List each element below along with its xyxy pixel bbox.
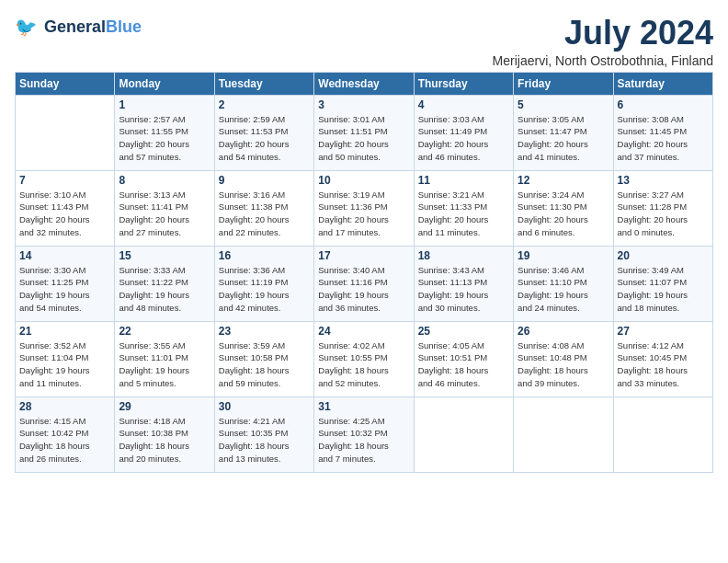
day-info: Sunrise: 3:19 AMSunset: 11:36 PMDaylight…	[318, 189, 409, 239]
logo-icon: 🐦	[15, 15, 40, 40]
calendar-cell: 15Sunrise: 3:33 AMSunset: 11:22 PMDaylig…	[115, 246, 214, 321]
day-number: 25	[418, 325, 509, 338]
day-number: 30	[219, 400, 310, 413]
day-number: 9	[219, 174, 310, 187]
calendar-cell: 19Sunrise: 3:46 AMSunset: 11:10 PMDaylig…	[514, 246, 613, 321]
day-info: Sunrise: 4:08 AMSunset: 10:48 PMDaylight…	[518, 339, 609, 390]
day-info: Sunrise: 3:52 AMSunset: 11:04 PMDaylight…	[19, 339, 110, 390]
calendar-cell: 25Sunrise: 4:05 AMSunset: 10:51 PMDaylig…	[414, 321, 513, 396]
day-number: 10	[318, 174, 409, 187]
calendar-cell: 12Sunrise: 3:24 AMSunset: 11:30 PMDaylig…	[514, 170, 613, 246]
day-number: 29	[119, 400, 210, 413]
day-info: Sunrise: 3:16 AMSunset: 11:38 PMDaylight…	[219, 189, 310, 239]
calendar-cell: 28Sunrise: 4:15 AMSunset: 10:42 PMDaylig…	[16, 396, 115, 472]
day-info: Sunrise: 3:59 AMSunset: 10:58 PMDaylight…	[219, 339, 310, 390]
calendar-cell: 7Sunrise: 3:10 AMSunset: 11:43 PMDayligh…	[16, 170, 115, 246]
calendar-cell	[414, 396, 513, 472]
day-number: 5	[518, 98, 609, 111]
day-number: 2	[219, 98, 310, 111]
calendar-cell: 17Sunrise: 3:40 AMSunset: 11:16 PMDaylig…	[314, 246, 414, 321]
calendar-cell	[514, 396, 613, 472]
calendar-cell: 20Sunrise: 3:49 AMSunset: 11:07 PMDaylig…	[613, 246, 712, 321]
day-info: Sunrise: 2:57 AMSunset: 11:55 PMDaylight…	[119, 113, 210, 164]
day-number: 15	[119, 249, 210, 262]
day-number: 23	[219, 325, 310, 338]
day-number: 28	[19, 400, 110, 413]
calendar-cell: 5Sunrise: 3:05 AMSunset: 11:47 PMDayligh…	[514, 95, 613, 170]
day-number: 26	[518, 325, 609, 338]
day-number: 17	[318, 249, 409, 262]
day-info: Sunrise: 3:03 AMSunset: 11:49 PMDaylight…	[418, 113, 509, 164]
weekday-header: Monday	[115, 72, 214, 95]
calendar-table: SundayMondayTuesdayWednesdayThursdayFrid…	[15, 72, 713, 473]
calendar-cell: 4Sunrise: 3:03 AMSunset: 11:49 PMDayligh…	[414, 95, 513, 170]
calendar-cell: 23Sunrise: 3:59 AMSunset: 10:58 PMDaylig…	[214, 321, 313, 396]
day-number: 8	[119, 174, 210, 187]
calendar-cell: 2Sunrise: 2:59 AMSunset: 11:53 PMDayligh…	[214, 95, 313, 170]
day-info: Sunrise: 3:30 AMSunset: 11:25 PMDaylight…	[19, 264, 110, 315]
day-info: Sunrise: 3:55 AMSunset: 11:01 PMDaylight…	[119, 339, 210, 390]
day-number: 27	[618, 325, 709, 338]
day-number: 24	[318, 325, 409, 338]
calendar-cell: 1Sunrise: 2:57 AMSunset: 11:55 PMDayligh…	[115, 95, 214, 170]
calendar-cell: 16Sunrise: 3:36 AMSunset: 11:19 PMDaylig…	[214, 246, 313, 321]
day-number: 14	[19, 249, 110, 262]
calendar-cell: 14Sunrise: 3:30 AMSunset: 11:25 PMDaylig…	[16, 246, 115, 321]
weekday-header: Tuesday	[214, 72, 313, 95]
day-number: 4	[418, 98, 509, 111]
day-info: Sunrise: 3:40 AMSunset: 11:16 PMDaylight…	[318, 264, 409, 315]
day-number: 20	[618, 249, 709, 262]
day-info: Sunrise: 4:12 AMSunset: 10:45 PMDaylight…	[618, 339, 709, 390]
day-number: 11	[418, 174, 509, 187]
day-number: 31	[318, 400, 409, 413]
calendar-cell: 27Sunrise: 4:12 AMSunset: 10:45 PMDaylig…	[613, 321, 712, 396]
day-info: Sunrise: 3:49 AMSunset: 11:07 PMDaylight…	[618, 264, 709, 315]
weekday-header-row: SundayMondayTuesdayWednesdayThursdayFrid…	[16, 72, 713, 95]
day-info: Sunrise: 4:21 AMSunset: 10:35 PMDaylight…	[219, 415, 310, 465]
day-number: 19	[518, 249, 609, 262]
day-info: Sunrise: 3:36 AMSunset: 11:19 PMDaylight…	[219, 264, 310, 315]
weekday-header: Wednesday	[314, 72, 414, 95]
calendar-cell: 8Sunrise: 3:13 AMSunset: 11:41 PMDayligh…	[115, 170, 214, 246]
title-block: July 2024 Merijaervi, North Ostrobothnia…	[493, 15, 713, 68]
weekday-header: Sunday	[16, 72, 115, 95]
calendar-cell: 10Sunrise: 3:19 AMSunset: 11:36 PMDaylig…	[314, 170, 414, 246]
calendar-cell: 31Sunrise: 4:25 AMSunset: 10:32 PMDaylig…	[314, 396, 414, 472]
day-number: 3	[318, 98, 409, 111]
day-info: Sunrise: 3:21 AMSunset: 11:33 PMDaylight…	[418, 189, 509, 239]
day-info: Sunrise: 3:05 AMSunset: 11:47 PMDaylight…	[518, 113, 609, 164]
calendar-cell: 6Sunrise: 3:08 AMSunset: 11:45 PMDayligh…	[613, 95, 712, 170]
calendar-cell: 13Sunrise: 3:27 AMSunset: 11:28 PMDaylig…	[613, 170, 712, 246]
calendar-cell: 24Sunrise: 4:02 AMSunset: 10:55 PMDaylig…	[314, 321, 414, 396]
calendar-cell: 30Sunrise: 4:21 AMSunset: 10:35 PMDaylig…	[214, 396, 313, 472]
calendar-cell	[16, 95, 115, 170]
day-info: Sunrise: 4:25 AMSunset: 10:32 PMDaylight…	[318, 415, 409, 465]
day-info: Sunrise: 3:10 AMSunset: 11:43 PMDaylight…	[19, 189, 110, 239]
calendar-cell: 21Sunrise: 3:52 AMSunset: 11:04 PMDaylig…	[16, 321, 115, 396]
day-number: 12	[518, 174, 609, 187]
svg-text:🐦: 🐦	[15, 16, 38, 38]
calendar-week-row: 28Sunrise: 4:15 AMSunset: 10:42 PMDaylig…	[16, 396, 713, 472]
weekday-header: Friday	[514, 72, 613, 95]
day-info: Sunrise: 3:13 AMSunset: 11:41 PMDaylight…	[119, 189, 210, 239]
location-subtitle: Merijaervi, North Ostrobothnia, Finland	[493, 53, 713, 68]
calendar-cell: 11Sunrise: 3:21 AMSunset: 11:33 PMDaylig…	[414, 170, 513, 246]
day-number: 6	[618, 98, 709, 111]
calendar-cell	[613, 396, 712, 472]
day-info: Sunrise: 3:46 AMSunset: 11:10 PMDaylight…	[518, 264, 609, 315]
calendar-cell: 22Sunrise: 3:55 AMSunset: 11:01 PMDaylig…	[115, 321, 214, 396]
day-info: Sunrise: 2:59 AMSunset: 11:53 PMDaylight…	[219, 113, 310, 164]
day-number: 1	[119, 98, 210, 111]
day-number: 7	[19, 174, 110, 187]
day-info: Sunrise: 4:15 AMSunset: 10:42 PMDaylight…	[19, 415, 110, 465]
day-info: Sunrise: 4:02 AMSunset: 10:55 PMDaylight…	[318, 339, 409, 390]
logo-text: GeneralBlue	[44, 18, 142, 37]
day-info: Sunrise: 3:24 AMSunset: 11:30 PMDaylight…	[518, 189, 609, 239]
calendar-cell: 3Sunrise: 3:01 AMSunset: 11:51 PMDayligh…	[314, 95, 414, 170]
day-info: Sunrise: 3:43 AMSunset: 11:13 PMDaylight…	[418, 264, 509, 315]
calendar-week-row: 14Sunrise: 3:30 AMSunset: 11:25 PMDaylig…	[16, 246, 713, 321]
day-number: 16	[219, 249, 310, 262]
day-info: Sunrise: 3:27 AMSunset: 11:28 PMDaylight…	[618, 189, 709, 239]
weekday-header: Thursday	[414, 72, 513, 95]
day-info: Sunrise: 4:05 AMSunset: 10:51 PMDaylight…	[418, 339, 509, 390]
